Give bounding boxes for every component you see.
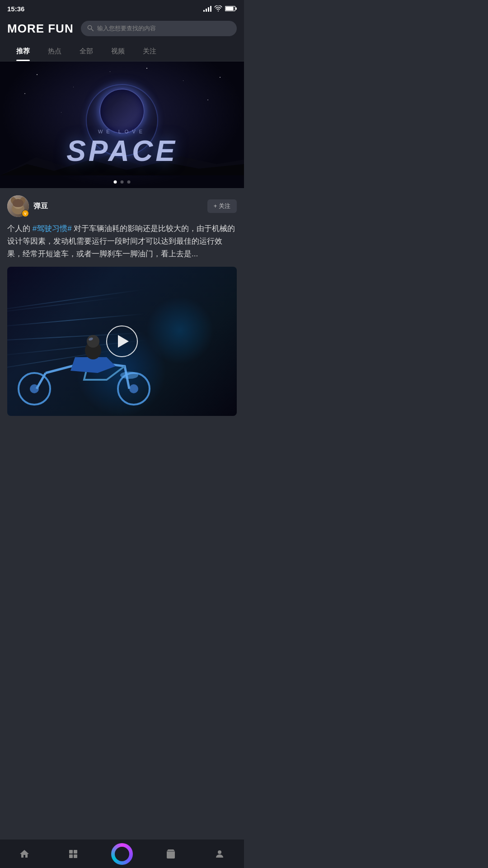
dot-3[interactable] — [127, 180, 131, 184]
banner-title: SPACE — [66, 134, 178, 168]
banner-dots — [114, 180, 131, 184]
post-text: 个人的 #驾驶习惯# 对于车辆油耗的影响还是比较大的，由于机械的设计等因素，发动… — [7, 222, 237, 260]
header: MORE FUN 输入您想要查找的内容 — [0, 16, 244, 42]
battery-icon — [225, 5, 237, 12]
svg-point-23 — [120, 372, 138, 379]
svg-point-3 — [88, 25, 91, 29]
tab-bar: 推荐 热点 全部 视频 关注 — [0, 42, 244, 61]
banner-planet — [99, 89, 145, 134]
banner[interactable]: WE LOVE SPACE — [0, 61, 244, 188]
banner-text: WE LOVE SPACE — [66, 129, 178, 168]
post-container: V 弹豆 + 关注 个人的 #驾驶习惯# 对于车辆油耗的影响还是比较大的，由于机… — [0, 188, 244, 416]
tab-follow[interactable]: 关注 — [134, 42, 165, 61]
search-bar[interactable]: 输入您想要查找的内容 — [81, 21, 237, 36]
follow-button[interactable]: + 关注 — [207, 199, 237, 213]
svg-rect-1 — [225, 7, 233, 10]
dot-1[interactable] — [114, 180, 117, 184]
svg-point-12 — [19, 202, 21, 204]
app-title: MORE FUN — [7, 22, 74, 36]
svg-line-4 — [91, 29, 93, 31]
tab-video[interactable]: 视频 — [102, 42, 134, 61]
svg-point-21 — [87, 335, 99, 348]
search-icon — [87, 25, 94, 33]
svg-point-8 — [13, 198, 23, 209]
svg-point-13 — [16, 204, 20, 207]
video-thumbnail[interactable] — [7, 267, 237, 416]
search-placeholder: 输入您想要查找的内容 — [97, 24, 156, 33]
post-header: V 弹豆 + 关注 — [7, 195, 237, 217]
banner-subtitle: WE LOVE — [66, 129, 178, 134]
svg-point-10 — [19, 197, 26, 205]
post-user: V 弹豆 — [7, 195, 48, 217]
play-button[interactable] — [106, 326, 138, 357]
dot-2[interactable] — [121, 180, 124, 184]
avatar-wrap[interactable]: V — [7, 195, 29, 217]
svg-point-9 — [10, 197, 17, 205]
tab-hot[interactable]: 热点 — [39, 42, 70, 61]
motorcycle-icon — [7, 326, 161, 407]
avatar-badge: V — [22, 210, 29, 217]
svg-rect-2 — [235, 7, 237, 9]
hashtag[interactable]: #驾驶习惯# — [33, 224, 72, 233]
status-icons — [203, 5, 237, 12]
tab-recommend[interactable]: 推荐 — [7, 42, 39, 61]
status-bar: 15:36 — [0, 0, 244, 16]
wifi-icon — [214, 5, 222, 12]
username: 弹豆 — [33, 202, 48, 211]
signal-icon — [203, 5, 211, 12]
tab-all[interactable]: 全部 — [70, 42, 102, 61]
svg-point-14 — [18, 205, 19, 207]
svg-point-19 — [129, 384, 138, 393]
svg-point-11 — [15, 202, 17, 204]
status-time: 15:36 — [7, 5, 24, 13]
play-triangle-icon — [118, 335, 129, 348]
svg-rect-15 — [14, 202, 22, 205]
